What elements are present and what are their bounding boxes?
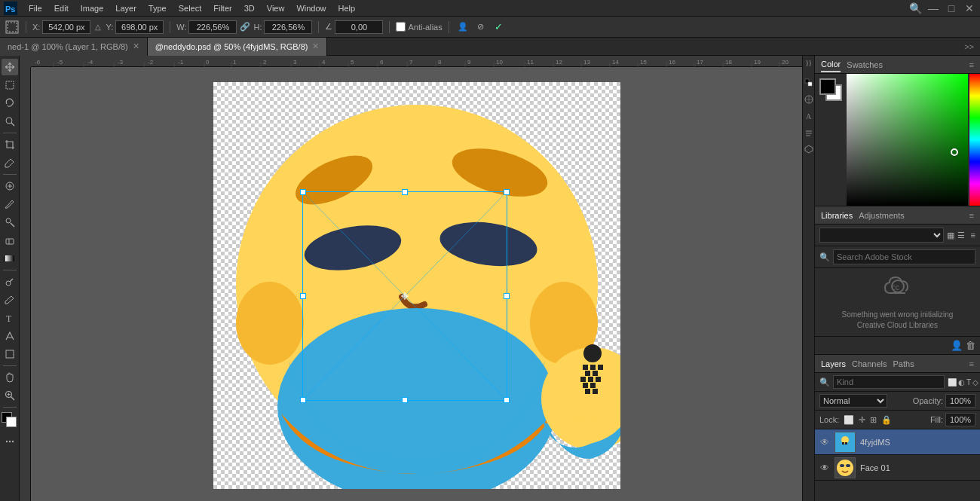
panel-icon-1[interactable] [804,78,813,89]
color-panel-menu[interactable]: ≡ [969,60,974,69]
libraries-options-icon[interactable]: ≡ [971,231,975,240]
svg-rect-100 [583,383,588,388]
tab-1[interactable]: @neddydo.psd @ 50% (4fyjdMS, RGB/8) ✕ [148,38,328,56]
path-select-tool[interactable] [2,328,18,344]
lock-position-icon[interactable]: ✛ [859,415,865,425]
adjustments-tab[interactable]: Adjustments [859,209,905,222]
search-icon[interactable]: 🔍 [908,1,923,16]
color-picker-wrapper[interactable] [815,74,980,206]
brush-tool[interactable] [2,196,18,212]
kind-shape-icon[interactable]: ◇ [972,378,978,386]
healing-tool[interactable] [2,178,18,194]
layers-menu[interactable]: ≡ [969,359,974,368]
panel-icon-2[interactable] [804,95,813,105]
layer-item-0[interactable]: 👁 4fyjdMS [815,429,980,455]
canvas-area[interactable]: -6 -5 -4 -3 -2 -1 0 1 2 3 4 5 6 7 8 9 10 [20,56,802,501]
hue-bar[interactable] [969,74,980,206]
background-color[interactable] [6,417,17,427]
opacity-input[interactable] [945,394,975,408]
panel-icon-3[interactable]: A [804,112,813,122]
menu-type[interactable]: Type [142,2,173,14]
layers-tab[interactable]: Layers [821,357,846,371]
menu-layer[interactable]: Layer [109,2,142,14]
menu-window[interactable]: Window [290,2,332,14]
menu-select[interactable]: Select [173,2,208,14]
menu-help[interactable]: Help [332,2,362,14]
link-wh-icon[interactable]: 🔗 [240,22,250,32]
layer-item-1[interactable]: 👁 Face 01 [815,455,980,481]
tab-1-close[interactable]: ✕ [312,41,319,51]
quick-select-tool[interactable] [2,113,18,130]
panels-collapse-btn[interactable]: >> [964,42,974,51]
color-tab[interactable]: Color [821,57,841,72]
menu-edit[interactable]: Edit [48,2,75,14]
menu-file[interactable]: File [23,2,48,14]
canvas-inner[interactable]: rney [213,82,620,489]
w-input[interactable] [188,20,237,34]
hand-tool[interactable] [2,369,18,386]
panel-icon-4[interactable] [804,128,813,139]
type-tool[interactable]: T [2,310,18,326]
more-tools-btn[interactable] [2,433,18,450]
layer-1-eye[interactable]: 👁 [819,463,830,473]
libraries-list-icon[interactable]: ☰ [957,231,965,240]
menu-image[interactable]: Image [75,2,110,14]
libraries-grid-icon[interactable]: ▦ [947,231,954,240]
lock-all-icon[interactable]: 🔒 [881,415,892,425]
kind-type-icon[interactable]: T [966,378,971,386]
x-input[interactable] [42,20,90,34]
libraries-menu[interactable]: ≡ [969,211,974,220]
tab-0-close[interactable]: ✕ [133,41,139,51]
eraser-tool[interactable] [2,232,18,249]
eyedropper-tool[interactable] [2,154,18,171]
layers-mode-select[interactable]: Normal [819,394,887,408]
libraries-tab[interactable]: Libraries [821,209,853,222]
menu-3d[interactable]: 3D [238,2,261,14]
move-tool[interactable] [2,59,18,75]
kind-pixel-icon[interactable]: ⬜ [948,378,957,386]
menu-filter[interactable]: Filter [207,2,237,14]
libraries-user-icon[interactable]: 👤 [951,340,963,351]
lasso-tool[interactable] [2,95,18,112]
channels-tab[interactable]: Channels [852,357,887,371]
paths-tab[interactable]: Paths [893,357,914,371]
window-min-icon[interactable]: — [926,1,941,16]
collapse-panels-icon[interactable]: ⟩⟩ [804,59,813,68]
kind-adjustment-icon[interactable]: ◐ [958,378,965,386]
gradient-tool[interactable] [2,250,18,267]
y-input[interactable] [115,20,164,34]
swatches-tab[interactable]: Swatches [847,58,883,72]
layers-kind-input[interactable] [833,375,945,389]
clone-tool[interactable] [2,214,18,231]
menu-view[interactable]: View [261,2,291,14]
layer-0-eye[interactable]: 👁 [819,437,830,448]
anti-alias-checkbox[interactable] [396,22,406,32]
foreground-swatch[interactable] [819,78,836,95]
libraries-search-input[interactable] [833,249,975,264]
panel-icon-5[interactable] [804,145,813,155]
lock-artboard-icon[interactable]: ⊞ [870,415,877,425]
confirm-button[interactable]: ✓ [492,20,506,33]
window-max-icon[interactable]: □ [944,1,959,16]
libraries-add-icon[interactable]: 🗑 [966,340,975,351]
marquee-tool[interactable] [2,77,18,93]
dodge-tool[interactable] [2,273,18,290]
zoom-tool[interactable] [2,387,18,404]
canvas-container[interactable]: rney [31,67,802,501]
libraries-filter-select[interactable] [819,228,944,243]
color-picker-circle[interactable] [951,148,958,156]
svg-line-18 [11,397,14,401]
h-input[interactable] [264,20,312,34]
lock-pixels-icon[interactable]: ⬜ [844,415,854,425]
shape-tool[interactable] [2,346,18,362]
pen-tool[interactable] [2,292,18,308]
tab-0[interactable]: ned-1 @ 100% (Layer 1, RGB/8) ✕ [0,38,148,56]
angle-input[interactable] [335,20,383,34]
window-close-icon[interactable]: ✕ [962,1,977,16]
fg-bg-color-selector[interactable] [819,78,844,102]
crop-tool[interactable] [2,136,18,153]
fg-bg-colors[interactable] [2,412,18,430]
fill-input[interactable] [945,413,975,426]
svg-text:cc: cc [892,283,899,292]
color-gradient-area[interactable] [847,74,968,206]
